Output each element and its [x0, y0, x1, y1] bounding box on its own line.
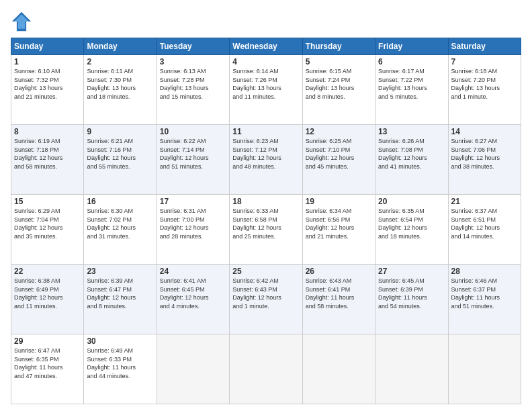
day-info: Sunrise: 6:13 AM Sunset: 7:28 PM Dayligh…	[160, 68, 209, 100]
table-row: 17 Sunrise: 6:31 AM Sunset: 7:00 PM Dayl…	[157, 195, 229, 265]
day-info: Sunrise: 6:21 AM Sunset: 7:16 PM Dayligh…	[87, 138, 136, 170]
table-row: 19 Sunrise: 6:34 AM Sunset: 6:56 PM Dayl…	[302, 195, 375, 265]
day-info: Sunrise: 6:18 AM Sunset: 7:20 PM Dayligh…	[451, 68, 500, 100]
day-number: 23	[87, 267, 153, 276]
day-number: 27	[378, 267, 445, 276]
col-thursday: Thursday	[302, 38, 375, 55]
day-info: Sunrise: 6:35 AM Sunset: 6:54 PM Dayligh…	[378, 208, 427, 240]
day-number: 11	[232, 127, 299, 136]
day-number: 20	[378, 197, 445, 206]
day-number: 19	[306, 197, 372, 206]
table-row: 20 Sunrise: 6:35 AM Sunset: 6:54 PM Dayl…	[375, 195, 448, 265]
day-number: 2	[87, 57, 153, 66]
day-info: Sunrise: 6:34 AM Sunset: 6:56 PM Dayligh…	[306, 208, 355, 240]
table-row: 2 Sunrise: 6:11 AM Sunset: 7:30 PM Dayli…	[84, 55, 157, 125]
day-number: 15	[14, 197, 81, 206]
table-row: 21 Sunrise: 6:37 AM Sunset: 6:51 PM Dayl…	[448, 195, 521, 265]
day-number: 25	[232, 267, 299, 276]
day-number: 4	[232, 57, 299, 66]
table-row: 3 Sunrise: 6:13 AM Sunset: 7:28 PM Dayli…	[157, 55, 229, 125]
table-row: 11 Sunrise: 6:23 AM Sunset: 7:12 PM Dayl…	[230, 125, 302, 195]
day-number: 7	[451, 57, 518, 66]
calendar: Sunday Monday Tuesday Wednesday Thursday…	[11, 38, 521, 404]
day-number: 3	[160, 57, 226, 66]
day-number: 24	[160, 267, 226, 276]
day-info: Sunrise: 6:31 AM Sunset: 7:00 PM Dayligh…	[160, 208, 209, 240]
day-number: 1	[14, 57, 81, 66]
day-info: Sunrise: 6:10 AM Sunset: 7:32 PM Dayligh…	[14, 68, 63, 100]
day-number: 14	[451, 127, 518, 136]
day-number: 21	[451, 197, 518, 206]
day-info: Sunrise: 6:37 AM Sunset: 6:51 PM Dayligh…	[451, 208, 500, 240]
table-row: 27 Sunrise: 6:45 AM Sunset: 6:39 PM Dayl…	[375, 265, 448, 334]
table-row: 24 Sunrise: 6:41 AM Sunset: 6:45 PM Dayl…	[157, 265, 229, 334]
day-info: Sunrise: 6:43 AM Sunset: 6:41 PM Dayligh…	[306, 277, 355, 310]
day-info: Sunrise: 6:29 AM Sunset: 7:04 PM Dayligh…	[14, 208, 63, 240]
day-number: 18	[232, 197, 299, 206]
day-number: 8	[14, 127, 81, 136]
logo-icon	[11, 11, 32, 32]
day-number: 13	[378, 127, 445, 136]
day-number: 17	[160, 197, 226, 206]
table-row: 13 Sunrise: 6:26 AM Sunset: 7:08 PM Dayl…	[375, 125, 448, 195]
table-row: 12 Sunrise: 6:25 AM Sunset: 7:10 PM Dayl…	[302, 125, 375, 195]
day-info: Sunrise: 6:30 AM Sunset: 7:02 PM Dayligh…	[87, 208, 136, 240]
day-info: Sunrise: 6:26 AM Sunset: 7:08 PM Dayligh…	[378, 138, 427, 170]
table-row	[230, 334, 302, 404]
col-monday: Monday	[84, 38, 157, 55]
day-info: Sunrise: 6:23 AM Sunset: 7:12 PM Dayligh…	[232, 138, 281, 170]
day-info: Sunrise: 6:38 AM Sunset: 6:49 PM Dayligh…	[14, 277, 63, 310]
col-wednesday: Wednesday	[230, 38, 302, 55]
day-info: Sunrise: 6:15 AM Sunset: 7:24 PM Dayligh…	[306, 68, 355, 100]
table-row: 22 Sunrise: 6:38 AM Sunset: 6:49 PM Dayl…	[11, 265, 84, 334]
day-info: Sunrise: 6:41 AM Sunset: 6:45 PM Dayligh…	[160, 277, 209, 310]
day-info: Sunrise: 6:25 AM Sunset: 7:10 PM Dayligh…	[306, 138, 355, 170]
day-info: Sunrise: 6:11 AM Sunset: 7:30 PM Dayligh…	[87, 68, 136, 100]
table-row: 26 Sunrise: 6:43 AM Sunset: 6:41 PM Dayl…	[302, 265, 375, 334]
day-number: 28	[451, 267, 518, 276]
table-row: 5 Sunrise: 6:15 AM Sunset: 7:24 PM Dayli…	[302, 55, 375, 125]
day-info: Sunrise: 6:27 AM Sunset: 7:06 PM Dayligh…	[451, 138, 500, 170]
table-row	[448, 334, 521, 404]
day-number: 5	[306, 57, 372, 66]
table-row: 30 Sunrise: 6:49 AM Sunset: 6:33 PM Dayl…	[84, 334, 157, 404]
table-row: 1 Sunrise: 6:10 AM Sunset: 7:32 PM Dayli…	[11, 55, 84, 125]
day-info: Sunrise: 6:33 AM Sunset: 6:58 PM Dayligh…	[232, 208, 281, 240]
svg-marker-1	[14, 14, 28, 28]
day-number: 30	[87, 336, 153, 346]
day-number: 29	[14, 336, 81, 346]
header	[11, 11, 521, 32]
day-info: Sunrise: 6:42 AM Sunset: 6:43 PM Dayligh…	[232, 277, 281, 310]
table-row: 4 Sunrise: 6:14 AM Sunset: 7:26 PM Dayli…	[230, 55, 302, 125]
logo	[11, 11, 35, 32]
day-info: Sunrise: 6:19 AM Sunset: 7:18 PM Dayligh…	[14, 138, 63, 170]
day-number: 9	[87, 127, 153, 136]
day-info: Sunrise: 6:14 AM Sunset: 7:26 PM Dayligh…	[232, 68, 281, 100]
table-row: 29 Sunrise: 6:47 AM Sunset: 6:35 PM Dayl…	[11, 334, 84, 404]
col-tuesday: Tuesday	[157, 38, 229, 55]
day-info: Sunrise: 6:47 AM Sunset: 6:35 PM Dayligh…	[14, 347, 63, 379]
day-info: Sunrise: 6:45 AM Sunset: 6:39 PM Dayligh…	[378, 277, 427, 310]
table-row: 28 Sunrise: 6:46 AM Sunset: 6:37 PM Dayl…	[448, 265, 521, 334]
table-row: 15 Sunrise: 6:29 AM Sunset: 7:04 PM Dayl…	[11, 195, 84, 265]
day-number: 26	[306, 267, 372, 276]
table-row: 7 Sunrise: 6:18 AM Sunset: 7:20 PM Dayli…	[448, 55, 521, 125]
table-row: 23 Sunrise: 6:39 AM Sunset: 6:47 PM Dayl…	[84, 265, 157, 334]
table-row: 25 Sunrise: 6:42 AM Sunset: 6:43 PM Dayl…	[230, 265, 302, 334]
table-row: 6 Sunrise: 6:17 AM Sunset: 7:22 PM Dayli…	[375, 55, 448, 125]
table-row	[157, 334, 229, 404]
day-number: 16	[87, 197, 153, 206]
day-info: Sunrise: 6:39 AM Sunset: 6:47 PM Dayligh…	[87, 277, 136, 310]
day-info: Sunrise: 6:46 AM Sunset: 6:37 PM Dayligh…	[451, 277, 500, 310]
table-row	[302, 334, 375, 404]
table-row: 8 Sunrise: 6:19 AM Sunset: 7:18 PM Dayli…	[11, 125, 84, 195]
day-number: 10	[160, 127, 226, 136]
day-number: 22	[14, 267, 81, 276]
day-number: 6	[378, 57, 445, 66]
col-friday: Friday	[375, 38, 448, 55]
day-number: 12	[306, 127, 372, 136]
table-row: 9 Sunrise: 6:21 AM Sunset: 7:16 PM Dayli…	[84, 125, 157, 195]
table-row: 10 Sunrise: 6:22 AM Sunset: 7:14 PM Dayl…	[157, 125, 229, 195]
table-row	[375, 334, 448, 404]
table-row: 18 Sunrise: 6:33 AM Sunset: 6:58 PM Dayl…	[230, 195, 302, 265]
